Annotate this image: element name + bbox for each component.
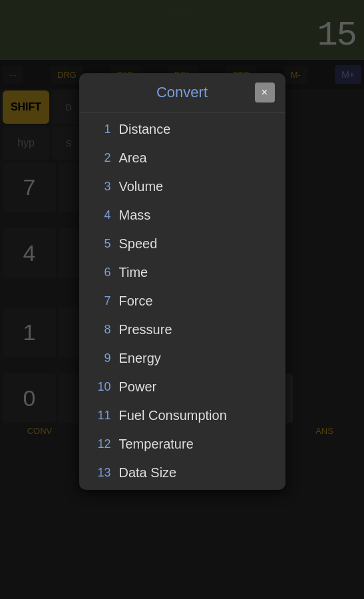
modal-overlay: Convert × 1 Distance 2 Area 3 Volume 4 M… [0,0,364,599]
item-label-6: Time [119,265,148,280]
list-item[interactable]: 6 Time [79,258,285,287]
item-label-5: Speed [119,236,158,252]
item-label-1: Distance [119,122,171,137]
item-label-2: Area [119,150,147,166]
list-item[interactable]: 13 Data Size [79,459,285,487]
convert-title: Convert [110,84,255,101]
list-item[interactable]: 5 Speed [79,230,285,258]
item-num-5: 5 [92,237,111,251]
item-num-12: 12 [92,437,111,451]
item-num-4: 4 [92,208,111,222]
item-label-12: Temperature [119,437,194,452]
list-item[interactable]: 9 Energy [79,344,285,373]
item-num-7: 7 [92,294,111,308]
list-item[interactable]: 2 Area [79,144,285,172]
item-label-9: Energy [119,351,161,366]
list-item[interactable]: 12 Temperature [79,430,285,459]
list-item[interactable]: 7 Force [79,287,285,315]
item-num-3: 3 [92,180,111,194]
item-label-10: Power [119,379,157,395]
item-num-8: 8 [92,323,111,337]
item-num-13: 13 [92,466,111,480]
convert-dialog: Convert × 1 Distance 2 Area 3 Volume 4 M… [79,73,285,490]
list-item[interactable]: 3 Volume [79,172,285,201]
item-num-9: 9 [92,351,111,365]
item-num-1: 1 [92,122,111,136]
list-item[interactable]: 8 Pressure [79,315,285,344]
item-label-3: Volume [119,179,164,194]
item-num-10: 10 [92,380,111,394]
item-num-6: 6 [92,266,111,280]
item-num-2: 2 [92,151,111,165]
convert-header: Convert × [79,73,285,112]
close-button[interactable]: × [255,83,275,102]
convert-list: 1 Distance 2 Area 3 Volume 4 Mass 5 Spee… [79,112,285,490]
item-label-11: Fuel Consumption [119,408,227,423]
list-item[interactable]: 1 Distance [79,115,285,144]
list-item[interactable]: 11 Fuel Consumption [79,401,285,430]
item-num-11: 11 [92,409,111,423]
list-item[interactable]: 10 Power [79,373,285,401]
item-label-7: Force [119,294,153,309]
item-label-8: Pressure [119,322,172,337]
list-item[interactable]: 4 Mass [79,201,285,230]
item-label-13: Data Size [119,465,177,481]
item-label-4: Mass [119,208,151,223]
